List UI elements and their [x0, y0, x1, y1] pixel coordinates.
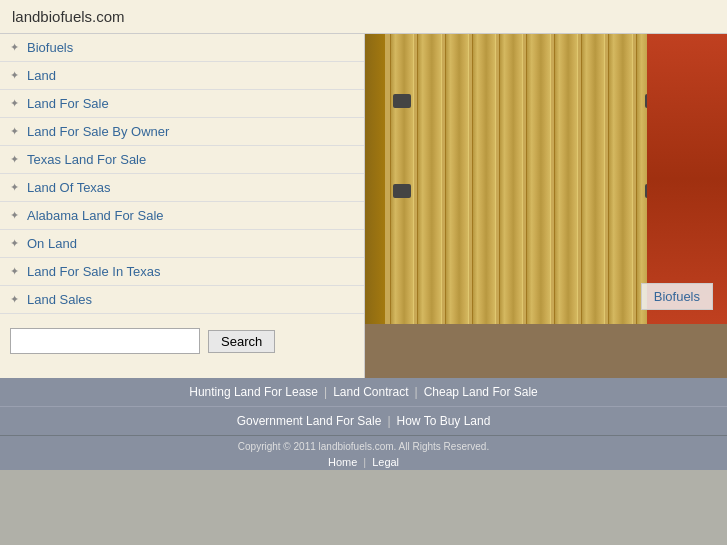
site-title: landbiofuels.com: [12, 8, 125, 25]
bullet-icon: ✦: [10, 237, 19, 250]
bullet-icon: ✦: [10, 69, 19, 82]
bullet-icon: ✦: [10, 125, 19, 138]
bullet-icon: ✦: [10, 181, 19, 194]
nav-item-label: Land For Sale By Owner: [27, 124, 169, 139]
left-nav: ✦Biofuels✦Land✦Land For Sale✦Land For Sa…: [0, 34, 365, 378]
link-government-land-for-sale[interactable]: Government Land For Sale: [237, 414, 382, 428]
slat: [554, 34, 578, 324]
bullet-icon: ✦: [10, 41, 19, 54]
slat: [445, 34, 469, 324]
slat: [608, 34, 632, 324]
bullet-icon: ✦: [10, 97, 19, 110]
slat: [417, 34, 441, 324]
below-footer-area: [0, 470, 727, 545]
barn-door: [385, 34, 665, 324]
biofuels-overlay[interactable]: Biofuels: [641, 283, 713, 310]
nav-item[interactable]: ✦Land For Sale By Owner: [0, 118, 364, 146]
nav-item[interactable]: ✦Land For Sale: [0, 90, 364, 118]
slat: [472, 34, 496, 324]
nav-item-label: Land For Sale In Texas: [27, 264, 160, 279]
links-bar: Hunting Land For Lease | Land Contract |…: [0, 378, 727, 435]
slat: [526, 34, 550, 324]
bullet-icon: ✦: [10, 153, 19, 166]
nav-item[interactable]: ✦On Land: [0, 230, 364, 258]
footer: Copyright © 2011 landbiofuels.com. All R…: [0, 435, 727, 470]
nav-item[interactable]: ✦Land: [0, 62, 364, 90]
bullet-icon: ✦: [10, 265, 19, 278]
footer-home-link[interactable]: Home: [328, 456, 357, 468]
nav-item[interactable]: ✦Texas Land For Sale: [0, 146, 364, 174]
nav-item-label: Land Sales: [27, 292, 92, 307]
link-cheap-land-for-sale[interactable]: Cheap Land For Sale: [424, 385, 538, 399]
copyright-text: Copyright © 2011 landbiofuels.com. All R…: [10, 441, 717, 452]
footer-links: Home | Legal: [10, 456, 717, 468]
nav-item[interactable]: ✦Biofuels: [0, 34, 364, 62]
nav-item[interactable]: ✦Land Of Texas: [0, 174, 364, 202]
slat: [581, 34, 605, 324]
footer-legal-link[interactable]: Legal: [372, 456, 399, 468]
link-land-contract[interactable]: Land Contract: [333, 385, 408, 399]
links-row-2: Government Land For Sale | How To Buy La…: [0, 407, 727, 435]
nav-item-label: Biofuels: [27, 40, 73, 55]
nav-item-label: Land Of Texas: [27, 180, 111, 195]
side-wall: [647, 34, 727, 324]
hinge-icon: [393, 94, 411, 108]
separator-1: |: [324, 385, 327, 399]
bullet-icon: ✦: [10, 293, 19, 306]
nav-item-label: Land For Sale: [27, 96, 109, 111]
nav-item-label: Texas Land For Sale: [27, 152, 146, 167]
nav-item-label: Land: [27, 68, 56, 83]
link-how-to-buy-land[interactable]: How To Buy Land: [397, 414, 491, 428]
nav-item[interactable]: ✦Land For Sale In Texas: [0, 258, 364, 286]
separator-2: |: [415, 385, 418, 399]
barn-image: Biofuels: [365, 34, 727, 324]
nav-item[interactable]: ✦Land Sales: [0, 286, 364, 314]
hinge-icon: [393, 184, 411, 198]
search-button[interactable]: Search: [208, 330, 275, 353]
search-area: Search: [0, 314, 364, 368]
link-hunting-land-for-lease[interactable]: Hunting Land For Lease: [189, 385, 318, 399]
slat: [499, 34, 523, 324]
slat: [390, 34, 414, 324]
search-input[interactable]: [10, 328, 200, 354]
site-header: landbiofuels.com: [0, 0, 727, 34]
main-container: ✦Biofuels✦Land✦Land For Sale✦Land For Sa…: [0, 34, 727, 378]
separator-3: |: [387, 414, 390, 428]
nav-item-label: Alabama Land For Sale: [27, 208, 164, 223]
right-image-area: Biofuels: [365, 34, 727, 378]
bullet-icon: ✦: [10, 209, 19, 222]
nav-item[interactable]: ✦Alabama Land For Sale: [0, 202, 364, 230]
nav-item-label: On Land: [27, 236, 77, 251]
links-row-1: Hunting Land For Lease | Land Contract |…: [0, 378, 727, 407]
footer-separator: |: [363, 456, 366, 468]
